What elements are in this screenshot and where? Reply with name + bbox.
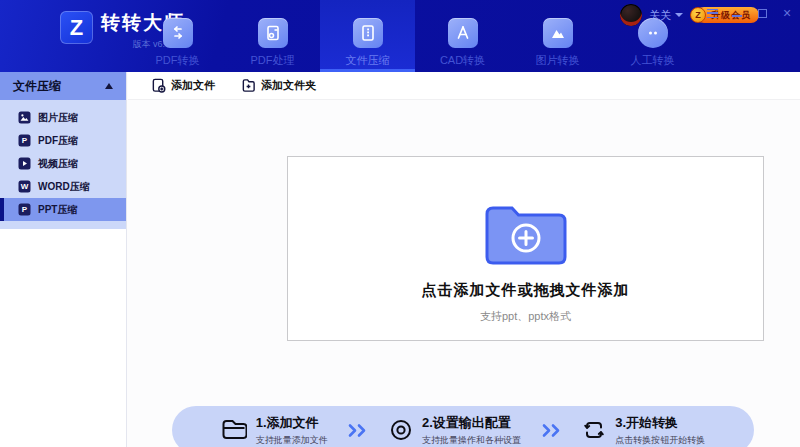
sidebar-item-word-compress[interactable]: W WORD压缩 xyxy=(0,175,126,198)
step-subtitle: 点击转换按钮开始转换 xyxy=(615,434,705,447)
folder-icon xyxy=(221,419,247,441)
tab-cad-convert[interactable]: CAD转换 xyxy=(415,0,510,72)
minimize-icon[interactable] xyxy=(731,7,743,19)
app-logo-icon: Z xyxy=(60,11,93,44)
add-folder-label: 添加文件夹 xyxy=(261,78,316,93)
add-file-icon xyxy=(151,78,166,93)
double-chevron-icon xyxy=(540,423,564,438)
add-file-button[interactable]: 添加文件 xyxy=(151,78,215,93)
steps-guide-panel: 1.添加文件 支持批量添加文件 2.设置输出配置 支持批量操作和各种设置 3.开… xyxy=(172,406,754,447)
tab-label: CAD转换 xyxy=(440,53,485,68)
sidebar-item-ppt-compress[interactable]: P PPT压缩 xyxy=(0,198,126,221)
step-output-settings: 2.设置输出配置 支持批量操作和各种设置 xyxy=(389,414,521,447)
output-settings-icon xyxy=(389,418,413,442)
tab-image-convert[interactable]: 图片转换 xyxy=(510,0,605,72)
pdf-compress-icon: P xyxy=(18,134,31,147)
menu-icon[interactable] xyxy=(706,7,718,19)
maximize-icon[interactable] xyxy=(756,7,768,19)
sidebar-item-label: WORD压缩 xyxy=(38,180,90,194)
toolbar: 添加文件 添加文件夹 xyxy=(128,72,800,100)
video-compress-icon xyxy=(18,157,31,170)
pdf-convert-icon xyxy=(163,18,193,48)
step-subtitle: 支持批量操作和各种设置 xyxy=(422,434,521,447)
tab-file-compress[interactable]: 文件压缩 xyxy=(320,0,415,72)
sidebar-item-video-compress[interactable]: 视频压缩 xyxy=(0,152,126,175)
username-menu[interactable]: 关关 xyxy=(649,8,683,23)
sidebar-group-file-compress[interactable]: 文件压缩 xyxy=(0,72,126,100)
dropzone-title: 点击添加文件或拖拽文件添加 xyxy=(422,281,630,300)
sidebar: 文件压缩 图片压缩 P PDF压缩 视频压缩 W WORD压缩 P PPT压缩 xyxy=(0,72,127,447)
main-nav: PDF转换 PDF处理 文件压缩 CAD转换 图片转换 xyxy=(130,0,700,72)
sidebar-item-label: PDF压缩 xyxy=(38,134,78,148)
svg-text:W: W xyxy=(21,182,29,191)
image-compress-icon xyxy=(18,111,31,124)
pdf-process-icon xyxy=(258,18,288,48)
tab-label: 人工转换 xyxy=(631,53,675,68)
tab-pdf-convert[interactable]: PDF转换 xyxy=(130,0,225,72)
add-folder-large-icon xyxy=(480,201,572,265)
svg-text:P: P xyxy=(22,205,28,214)
sidebar-item-pdf-compress[interactable]: P PDF压缩 xyxy=(0,129,126,152)
svg-text:P: P xyxy=(22,136,28,145)
double-chevron-icon xyxy=(346,423,370,438)
close-icon[interactable]: × xyxy=(781,7,793,19)
tab-label: 图片转换 xyxy=(536,53,580,68)
cad-convert-icon xyxy=(448,18,478,48)
tab-label: 文件压缩 xyxy=(346,53,390,68)
ppt-compress-icon: P xyxy=(18,203,31,216)
step-start-convert: 3.开始转换 点击转换按钮开始转换 xyxy=(582,414,705,447)
step-add-files: 1.添加文件 支持批量添加文件 xyxy=(221,414,328,447)
tab-label: PDF转换 xyxy=(156,53,200,68)
collapse-arrow-icon xyxy=(105,83,113,89)
add-folder-button[interactable]: 添加文件夹 xyxy=(241,78,316,93)
file-drop-zone[interactable]: 点击添加文件或拖拽文件添加 支持ppt、pptx格式 xyxy=(287,156,764,341)
add-file-label: 添加文件 xyxy=(171,78,215,93)
chevron-down-icon xyxy=(675,13,683,17)
file-compress-icon xyxy=(353,18,383,48)
upgrade-z-icon: Z xyxy=(690,7,706,23)
sidebar-group-label: 文件压缩 xyxy=(13,78,105,95)
word-compress-icon: W xyxy=(18,180,31,193)
step-title: 3.开始转换 xyxy=(615,414,705,432)
sidebar-item-image-compress[interactable]: 图片压缩 xyxy=(0,106,126,129)
username-label: 关关 xyxy=(649,8,671,23)
tab-pdf-process[interactable]: PDF处理 xyxy=(225,0,320,72)
step-subtitle: 支持批量添加文件 xyxy=(256,434,328,447)
sidebar-item-label: 视频压缩 xyxy=(38,157,78,171)
sidebar-item-list: 图片压缩 P PDF压缩 视频压缩 W WORD压缩 P PPT压缩 xyxy=(0,100,126,229)
window-controls: × xyxy=(706,7,793,19)
sidebar-item-label: PPT压缩 xyxy=(38,203,77,217)
add-folder-icon xyxy=(241,78,256,93)
start-convert-icon xyxy=(582,418,606,442)
user-avatar[interactable] xyxy=(620,4,642,26)
dropzone-subtitle: 支持ppt、pptx格式 xyxy=(480,309,571,324)
image-convert-icon xyxy=(543,18,573,48)
sidebar-item-label: 图片压缩 xyxy=(38,111,78,125)
title-bar: Z 转转大师 版本 v6.0.0.1 PDF转换 PDF处理 文件压缩 xyxy=(0,0,800,72)
tab-label: PDF处理 xyxy=(251,53,295,68)
step-title: 1.添加文件 xyxy=(256,414,328,432)
step-title: 2.设置输出配置 xyxy=(422,414,521,432)
